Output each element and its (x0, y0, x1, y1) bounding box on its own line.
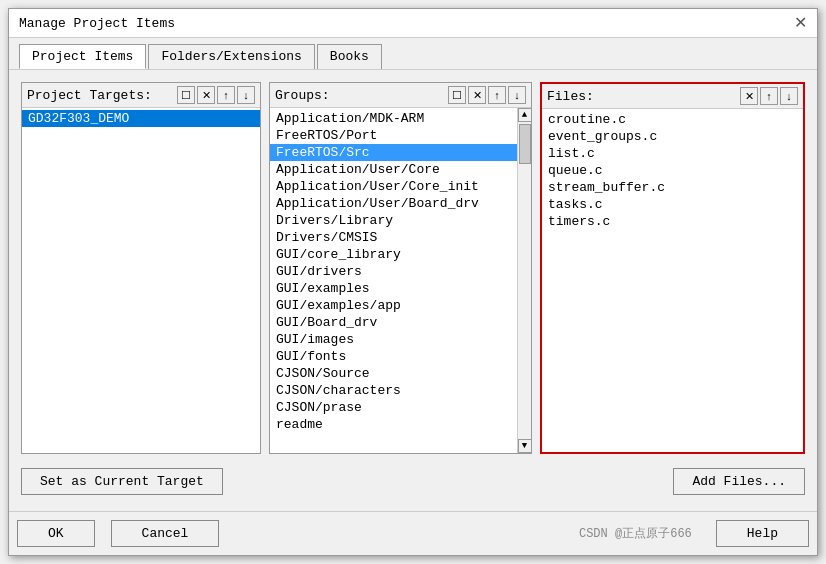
list-item[interactable]: Application/User/Core (270, 161, 517, 178)
help-button[interactable]: Help (716, 520, 809, 547)
list-item[interactable]: stream_buffer.c (542, 179, 803, 196)
list-item[interactable]: Drivers/CMSIS (270, 229, 517, 246)
title-bar: Manage Project Items ✕ (9, 9, 817, 38)
bottom-buttons: Set as Current Target Add Files... (21, 464, 805, 499)
project-targets-list: GD32F303_DEMO (22, 108, 260, 453)
list-item[interactable]: GUI/Board_drv (270, 314, 517, 331)
tab-folders-extensions[interactable]: Folders/Extensions (148, 44, 314, 69)
groups-toolbar: ☐ ✕ ↑ ↓ (448, 86, 526, 104)
list-item[interactable]: GUI/fonts (270, 348, 517, 365)
cancel-button[interactable]: Cancel (111, 520, 220, 547)
groups-scrollbar[interactable]: ▲ ▼ (517, 108, 531, 453)
list-item[interactable]: CJSON/prase (270, 399, 517, 416)
scroll-thumb[interactable] (519, 124, 531, 164)
list-item[interactable]: Application/User/Core_init (270, 178, 517, 195)
project-targets-new-btn[interactable]: ☐ (177, 86, 195, 104)
dialog-title: Manage Project Items (19, 16, 175, 31)
groups-body: Application/MDK-ARMFreeRTOS/PortFreeRTOS… (270, 108, 531, 453)
project-targets-panel: Project Targets: ☐ ✕ ↑ ↓ GD32F303_DEMO (21, 82, 261, 454)
project-targets-delete-btn[interactable]: ✕ (197, 86, 215, 104)
list-item[interactable]: GUI/examples (270, 280, 517, 297)
list-item[interactable]: GD32F303_DEMO (22, 110, 260, 127)
files-delete-btn[interactable]: ✕ (740, 87, 758, 105)
list-item[interactable]: Drivers/Library (270, 212, 517, 229)
files-down-btn[interactable]: ↓ (780, 87, 798, 105)
groups-down-btn[interactable]: ↓ (508, 86, 526, 104)
left-buttons: Set as Current Target (21, 468, 223, 495)
list-item[interactable]: FreeRTOS/Port (270, 127, 517, 144)
files-header: Files: ✕ ↑ ↓ (542, 84, 803, 109)
groups-panel: Groups: ☐ ✕ ↑ ↓ Application/MDK-ARMFreeR… (269, 82, 532, 454)
watermark: CSDN @正点原子666 (579, 525, 700, 542)
groups-delete-btn[interactable]: ✕ (468, 86, 486, 104)
groups-label: Groups: (275, 88, 330, 103)
list-item[interactable]: list.c (542, 145, 803, 162)
manage-project-items-dialog: Manage Project Items ✕ Project Items Fol… (8, 8, 818, 556)
groups-new-btn[interactable]: ☐ (448, 86, 466, 104)
files-body: croutine.cevent_groups.clist.cqueue.cstr… (542, 109, 803, 452)
list-item[interactable]: timers.c (542, 213, 803, 230)
panels-area: Project Targets: ☐ ✕ ↑ ↓ GD32F303_DEMO (21, 82, 805, 454)
list-item[interactable]: FreeRTOS/Src (270, 144, 517, 161)
add-files-btn[interactable]: Add Files... (673, 468, 805, 495)
project-targets-up-btn[interactable]: ↑ (217, 86, 235, 104)
project-targets-toolbar: ☐ ✕ ↑ ↓ (177, 86, 255, 104)
set-current-target-btn[interactable]: Set as Current Target (21, 468, 223, 495)
files-panel: Files: ✕ ↑ ↓ croutine.cevent_groups.clis… (540, 82, 805, 454)
list-item[interactable]: GUI/drivers (270, 263, 517, 280)
files-list: croutine.cevent_groups.clist.cqueue.cstr… (542, 109, 803, 452)
close-button[interactable]: ✕ (794, 15, 807, 31)
list-item[interactable]: croutine.c (542, 111, 803, 128)
list-item[interactable]: GUI/images (270, 331, 517, 348)
list-item[interactable]: Application/User/Board_drv (270, 195, 517, 212)
list-item[interactable]: readme (270, 416, 517, 433)
scroll-down-btn[interactable]: ▼ (518, 439, 532, 453)
list-item[interactable]: CJSON/characters (270, 382, 517, 399)
files-up-btn[interactable]: ↑ (760, 87, 778, 105)
tab-project-items[interactable]: Project Items (19, 44, 146, 69)
list-item[interactable]: GUI/core_library (270, 246, 517, 263)
right-buttons: Add Files... (673, 468, 805, 495)
list-item[interactable]: event_groups.c (542, 128, 803, 145)
project-targets-label: Project Targets: (27, 88, 152, 103)
list-item[interactable]: Application/MDK-ARM (270, 110, 517, 127)
tab-bar: Project Items Folders/Extensions Books (9, 38, 817, 70)
scroll-up-btn[interactable]: ▲ (518, 108, 532, 122)
project-targets-body: GD32F303_DEMO (22, 108, 260, 453)
tab-books[interactable]: Books (317, 44, 382, 69)
files-label: Files: (547, 89, 594, 104)
list-item[interactable]: GUI/examples/app (270, 297, 517, 314)
groups-up-btn[interactable]: ↑ (488, 86, 506, 104)
ok-button[interactable]: OK (17, 520, 95, 547)
list-item[interactable]: queue.c (542, 162, 803, 179)
project-targets-down-btn[interactable]: ↓ (237, 86, 255, 104)
list-item[interactable]: CJSON/Source (270, 365, 517, 382)
groups-header: Groups: ☐ ✕ ↑ ↓ (270, 83, 531, 108)
footer: OK Cancel CSDN @正点原子666 Help (9, 511, 817, 555)
list-item[interactable]: tasks.c (542, 196, 803, 213)
project-targets-header: Project Targets: ☐ ✕ ↑ ↓ (22, 83, 260, 108)
main-content: Project Targets: ☐ ✕ ↑ ↓ GD32F303_DEMO (9, 70, 817, 511)
groups-list: Application/MDK-ARMFreeRTOS/PortFreeRTOS… (270, 108, 517, 453)
files-toolbar: ✕ ↑ ↓ (740, 87, 798, 105)
